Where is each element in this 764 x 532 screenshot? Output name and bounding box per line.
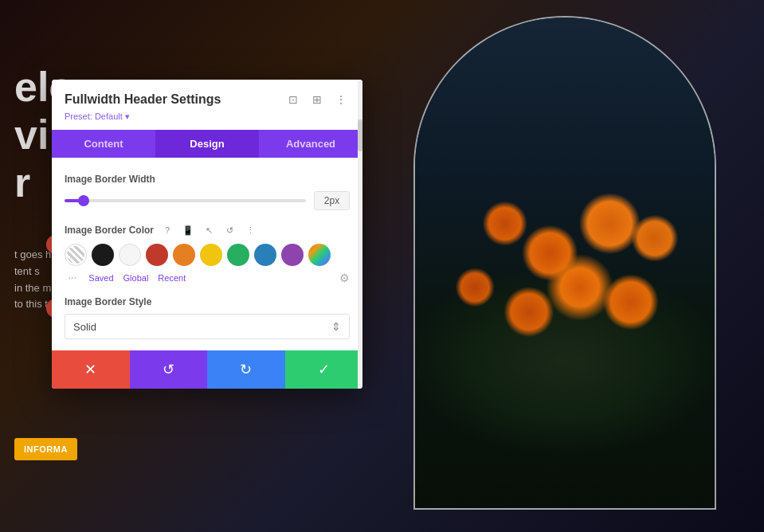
scroll-thumb[interactable] bbox=[358, 119, 362, 151]
slider-value[interactable]: 2px bbox=[314, 191, 350, 210]
fullscreen-icon[interactable]: ⊡ bbox=[284, 91, 302, 108]
mobile-icon[interactable]: 📱 bbox=[181, 223, 195, 237]
tab-advanced[interactable]: Advanced bbox=[259, 130, 362, 158]
save-icon: ✓ bbox=[318, 361, 330, 378]
undo-icon: ↺ bbox=[163, 361, 174, 378]
save-button[interactable]: ✓ bbox=[285, 350, 363, 389]
border-color-label: Image Border Color bbox=[65, 225, 154, 236]
slider-thumb[interactable] bbox=[78, 195, 89, 206]
more-options-icon[interactable]: ⋮ bbox=[243, 223, 257, 237]
border-width-slider-row: 2px bbox=[65, 191, 350, 210]
bg-body-text: t goes htent sin the mto this t bbox=[0, 247, 51, 313]
arch-image-container bbox=[413, 16, 716, 510]
dropdown-arrow-icon: ⇕ bbox=[331, 320, 341, 333]
panel-header: Fullwidth Header Settings ⊡ ⊞ ⋮ Preset: … bbox=[52, 80, 362, 122]
panel-header-icons: ⊡ ⊞ ⋮ bbox=[284, 91, 350, 108]
settings-panel: Fullwidth Header Settings ⊡ ⊞ ⋮ Preset: … bbox=[52, 80, 362, 389]
border-style-value: Solid bbox=[73, 321, 331, 333]
color-swatches-row bbox=[65, 244, 350, 266]
color-settings-icon[interactable]: ⚙ bbox=[339, 272, 350, 284]
scroll-track bbox=[358, 80, 362, 389]
flower-image bbox=[415, 18, 715, 508]
preset-selector[interactable]: Preset: Default bbox=[65, 111, 350, 122]
arch-shape bbox=[413, 16, 716, 510]
color-tabs-row: ··· Saved Global Recent ⚙ bbox=[65, 271, 350, 285]
swatch-transparent[interactable] bbox=[65, 244, 87, 266]
tab-design[interactable]: Design bbox=[155, 130, 259, 158]
swatch-purple[interactable] bbox=[281, 244, 304, 266]
swatch-white[interactable] bbox=[119, 244, 141, 266]
swatch-green[interactable] bbox=[227, 244, 249, 266]
swatch-orange[interactable] bbox=[173, 244, 195, 266]
border-style-dropdown[interactable]: Solid ⇕ bbox=[65, 314, 350, 339]
tab-content[interactable]: Content bbox=[52, 130, 155, 158]
panel-tabs: Content Design Advanced bbox=[52, 130, 362, 158]
panel-footer: ✕ ↺ ↻ ✓ bbox=[52, 350, 362, 389]
more-icon[interactable]: ⋮ bbox=[332, 91, 350, 108]
panel-title-row: Fullwidth Header Settings ⊡ ⊞ ⋮ bbox=[65, 91, 350, 108]
swatch-red[interactable] bbox=[146, 244, 168, 266]
reset-icon[interactable]: ↺ bbox=[222, 223, 237, 237]
grid-icon[interactable]: ⊞ bbox=[308, 91, 326, 108]
redo-icon: ↻ bbox=[240, 361, 252, 378]
slider-track[interactable] bbox=[65, 199, 306, 202]
global-tab[interactable]: Global bbox=[123, 273, 149, 283]
border-style-label: Image Border Style bbox=[65, 296, 350, 307]
undo-button[interactable]: ↺ bbox=[130, 350, 208, 389]
border-color-label-row: Image Border Color ? 📱 ↖ ↺ ⋮ bbox=[65, 223, 350, 237]
border-width-label: Image Border Width bbox=[65, 174, 350, 185]
panel-title: Fullwidth Header Settings bbox=[65, 92, 221, 107]
dots-icon: ··· bbox=[68, 271, 76, 285]
swatch-yellow[interactable] bbox=[200, 244, 222, 266]
panel-body: Image Border Width 2px Image Border Colo… bbox=[52, 158, 362, 350]
cancel-icon: ✕ bbox=[84, 361, 96, 378]
redo-button[interactable]: ↻ bbox=[207, 350, 285, 389]
help-icon[interactable]: ? bbox=[160, 223, 174, 237]
recent-tab[interactable]: Recent bbox=[158, 273, 186, 283]
bg-info-button[interactable]: INFORMA bbox=[14, 438, 77, 460]
swatch-gradient[interactable] bbox=[308, 244, 331, 266]
swatch-black[interactable] bbox=[92, 244, 114, 266]
cursor-icon[interactable]: ↖ bbox=[202, 223, 216, 237]
cancel-button[interactable]: ✕ bbox=[52, 350, 130, 389]
swatch-blue[interactable] bbox=[254, 244, 276, 266]
saved-tab[interactable]: Saved bbox=[88, 273, 113, 283]
